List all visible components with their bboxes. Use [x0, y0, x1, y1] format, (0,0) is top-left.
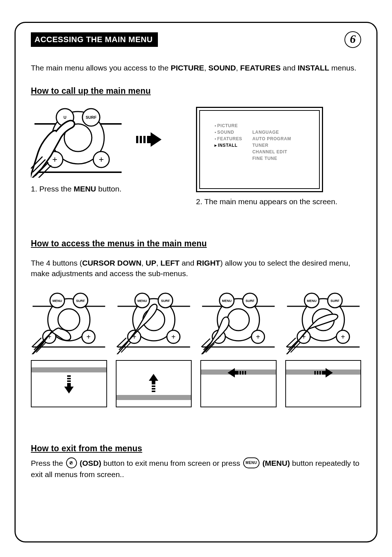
svg-rect-17 — [140, 136, 142, 143]
arrow-right-small-icon — [312, 367, 334, 378]
svg-rect-39 — [67, 383, 71, 387]
four-remote-row: MENU SURF + + — [31, 289, 361, 407]
remote-cursor-left: MENU SURF + + — [200, 289, 277, 407]
svg-rect-96 — [314, 371, 316, 375]
step2-column: PICTURE SOUND FEATURES INSTALL LANGUAGE … — [196, 100, 361, 206]
svg-text:MENU: MENU — [222, 299, 232, 303]
svg-text:SURF: SURF — [330, 299, 339, 303]
svg-rect-19 — [147, 136, 151, 143]
mini-tv-down — [31, 360, 107, 407]
svg-text:MENU: MENU — [53, 299, 62, 303]
svg-text:+: + — [171, 333, 175, 341]
body2-and: and — [180, 259, 197, 267]
tv-menu-language: LANGUAGE — [252, 129, 291, 136]
section-heading: ACCESSING THE MAIN MENU — [31, 32, 158, 47]
arrow-left-icon — [228, 367, 249, 378]
remote-press-menu-illustration: U SURF + + — [31, 101, 125, 178]
access-menus-paragraph: The 4 buttons (CURSOR DOWN, UP, LEFT and… — [31, 258, 361, 279]
svg-text:+: + — [340, 333, 345, 341]
tv-menu-fine-tune: FINE TUNE — [252, 155, 291, 162]
body2-left: LEFT — [160, 259, 180, 267]
mini-tv-up — [116, 360, 192, 407]
page-number: 6 — [350, 33, 356, 45]
svg-rect-79 — [242, 371, 244, 375]
exit-paragraph: Press the ⎚ (OSD) button to exit menu fr… — [31, 458, 361, 480]
intro-features: FEATURES — [240, 64, 281, 72]
tv-menu-sound: SOUND — [215, 129, 242, 136]
svg-text:SURF: SURF — [76, 299, 85, 303]
mini-tv-right — [285, 360, 362, 407]
intro-install: INSTALL — [298, 64, 329, 72]
step1-caption: 1. Press the MENU button. — [31, 185, 189, 193]
svg-rect-58 — [152, 386, 155, 387]
svg-rect-57 — [152, 381, 155, 384]
svg-rect-37 — [67, 378, 71, 379]
tv-screen-illustration: PICTURE SOUND FEATURES INSTALL LANGUAGE … — [196, 107, 323, 192]
body2-up: UP — [146, 259, 156, 267]
svg-text:+: + — [86, 333, 91, 341]
svg-text:SURF: SURF — [246, 299, 255, 303]
remote-cursor-up: MENU SURF + + — [116, 289, 192, 407]
svg-rect-59 — [152, 388, 155, 390]
body2-pre: The 4 buttons ( — [31, 259, 82, 267]
subheading-call-up: How to call up the main menu — [31, 86, 361, 96]
svg-rect-78 — [240, 371, 241, 375]
intro-and: and — [281, 64, 298, 72]
svg-rect-97 — [317, 371, 318, 375]
svg-point-24 — [58, 309, 80, 331]
svg-marker-100 — [326, 368, 333, 378]
exit-osd-label: (OSD) — [79, 459, 101, 467]
page-number-badge: 6 — [344, 31, 361, 48]
svg-marker-40 — [64, 387, 74, 393]
intro-sound: SOUND — [208, 64, 236, 72]
svg-rect-99 — [322, 371, 326, 375]
svg-rect-16 — [136, 136, 138, 143]
svg-rect-38 — [67, 380, 71, 382]
step1-pre: 1. Press the — [31, 185, 74, 193]
remote-cursor-right: MENU SURF + + — [285, 289, 362, 407]
svg-text:SURF: SURF — [161, 299, 170, 303]
svg-rect-60 — [152, 391, 155, 392]
svg-marker-20 — [151, 132, 162, 147]
svg-rect-18 — [143, 136, 146, 143]
exit-menu-label: (MENU) — [262, 459, 290, 467]
tv-menu-tuner: TUNER — [252, 142, 291, 149]
step1-b: MENU — [74, 185, 96, 193]
step2-caption: 2. The main menu appears on the screen. — [196, 197, 361, 206]
remote-cursor-down: MENU SURF + + — [31, 289, 107, 407]
exit-mid: button to exit menu from screen or press — [101, 459, 242, 467]
svg-line-93 — [288, 340, 298, 350]
subheading-access-menus: How to access the menus in the main menu — [31, 239, 361, 249]
tv-menu-picture: PICTURE — [215, 122, 242, 129]
tv-menu-install: INSTALL — [215, 142, 242, 149]
menu-button-icon: MENU — [243, 457, 260, 468]
tv-menu-right-col: LANGUAGE AUTO PROGRAM TUNER CHANNEL EDIT… — [252, 122, 291, 162]
svg-text:+: + — [256, 333, 260, 341]
exit-pre: Press the — [31, 459, 65, 467]
svg-text:SURF: SURF — [86, 115, 97, 120]
header-row: ACCESSING THE MAIN MENU 6 — [31, 31, 361, 48]
svg-line-53 — [119, 340, 128, 350]
tv-menu-auto-program: AUTO PROGRAM — [252, 136, 291, 142]
body2-cursor-down: CURSOR DOWN — [82, 259, 141, 267]
intro-text: The main menu allows you access to the — [31, 64, 171, 72]
body2-right: RIGHT — [196, 259, 220, 267]
page-frame: ACCESSING THE MAIN MENU 6 The main menu … — [15, 22, 377, 542]
svg-rect-77 — [235, 371, 238, 375]
svg-text:+: + — [52, 154, 57, 164]
svg-text:U: U — [64, 115, 66, 120]
svg-rect-98 — [319, 371, 321, 375]
osd-button-icon: ⎚ — [66, 457, 77, 468]
intro-post: menus. — [329, 64, 356, 72]
arrow-down-icon — [64, 375, 74, 397]
step1-column: U SURF + + — [31, 100, 196, 193]
tv-menu-left-col: PICTURE SOUND FEATURES INSTALL — [215, 122, 242, 149]
svg-marker-56 — [149, 374, 158, 381]
tv-menu-features: FEATURES — [215, 136, 242, 142]
svg-marker-76 — [228, 368, 235, 378]
svg-text:+: + — [99, 154, 104, 164]
intro-paragraph: The main menu allows you access to the P… — [31, 63, 361, 73]
arrow-up-icon — [148, 370, 159, 392]
svg-rect-36 — [67, 375, 71, 377]
step1-post: button. — [96, 185, 122, 193]
